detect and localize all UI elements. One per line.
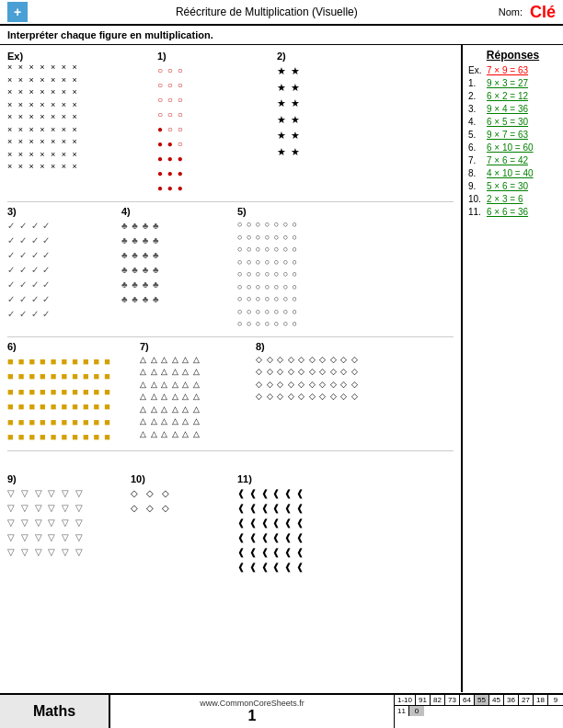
response-4-label: 4. xyxy=(468,117,487,127)
response-11-label: 11. xyxy=(468,207,487,217)
response-9: 9. 5 × 6 = 30 xyxy=(468,181,557,191)
response-1-value: 9 × 3 = 27 xyxy=(487,78,528,88)
stats-val64: 64 xyxy=(460,695,475,705)
response-3: 3. 9 × 4 = 36 xyxy=(468,104,557,114)
response-1: 1. 9 × 3 = 27 xyxy=(468,78,557,88)
stats-val18: 18 xyxy=(534,695,548,705)
content-area: Ex) × × × × × × × × × × × × × × × × × × … xyxy=(0,45,462,692)
footer-stats: 1-10 91 82 73 64 55 45 36 27 18 9 11 0 xyxy=(394,695,563,728)
response-2-value: 6 × 2 = 12 xyxy=(487,91,528,101)
main-area: Ex) × × × × × × × × × × × × × × × × × × … xyxy=(0,45,563,692)
stats-val55: 55 xyxy=(475,695,489,705)
response-4: 4. 6 × 5 = 30 xyxy=(468,117,557,127)
response-10-value: 2 × 3 = 6 xyxy=(487,194,523,204)
stats-val9: 9 xyxy=(548,695,563,705)
footer-url: www.CommonCoreSheets.fr xyxy=(200,699,304,708)
response-8-value: 4 × 10 = 40 xyxy=(487,168,534,178)
cle-label: Clé xyxy=(530,3,556,22)
problem-7: 7) △ △ △ △ △ △ △ △ △ △ △ △ △ △ △ △ △ △ △… xyxy=(136,341,256,445)
response-5: 5. 9 × 7 = 63 xyxy=(468,130,557,140)
problem-8: 8) ◇ ◇ ◇ ◇ ◇ ◇ ◇ ◇ ◇ ◇ ◇ ◇ ◇ ◇ ◇ ◇ ◇ ◇ ◇… xyxy=(256,341,454,445)
problem-6: 6) ■ ■ ■ ■ ■ ■ ■ ■ ■ ■ ■ ■ ■ ■ ■ ■ ■ ■ ■… xyxy=(7,341,136,445)
footer-maths-label: Maths xyxy=(0,695,110,728)
response-6-label: 6. xyxy=(468,142,487,153)
footer-page: 1 xyxy=(248,708,257,724)
response-7-value: 7 × 6 = 42 xyxy=(487,155,528,165)
header: + Réécriture de Multiplication (Visuelle… xyxy=(0,0,563,26)
stats-val73: 73 xyxy=(445,695,460,705)
response-5-value: 9 × 7 = 63 xyxy=(487,130,528,140)
response-5-label: 5. xyxy=(468,130,487,140)
footer-center: www.CommonCoreSheets.fr 1 xyxy=(110,695,394,728)
nom-label: Nom: xyxy=(499,6,523,17)
problem-2: 2) ★ ★ ★ ★ ★ ★ ★ ★ ★ ★ ★ ★ xyxy=(270,51,454,196)
header-title: Réécriture de Multiplication (Visuelle) xyxy=(35,6,499,18)
response-9-value: 5 × 6 = 30 xyxy=(487,181,528,191)
problem-1: 1) ○ ○ ○ ○ ○ ○ ○ ○ ○ ○ ○ ○ ● ○ ○ ● ● ○ ●… xyxy=(150,51,270,196)
response-6: 6. 6 × 10 = 60 xyxy=(468,142,557,153)
stats-val36: 36 xyxy=(504,695,519,705)
stats-val27: 27 xyxy=(519,695,534,705)
response-ex-label: Ex. xyxy=(468,65,487,75)
stats-val82: 82 xyxy=(431,695,445,705)
response-10: 10. 2 × 3 = 6 xyxy=(468,194,557,204)
instruction: Interpréter chaque figure en multiplicat… xyxy=(0,26,563,45)
page: + Réécriture de Multiplication (Visuelle… xyxy=(0,0,563,728)
stats-eleven-label: 11 xyxy=(395,706,409,716)
response-1-label: 1. xyxy=(468,78,487,88)
stats-range-label: 1-10 xyxy=(395,695,416,705)
problem-11: 11) ❰ ❰ ❰ ❰ ❰ ❰ ❰ ❰ ❰ ❰ ❰ ❰ ❰ ❰ ❰ ❰ ❰ ❰ … xyxy=(237,473,454,574)
problem-5: 5) ○ ○ ○ ○ ○ ○ ○ ○ ○ ○ ○ ○ ○ ○ ○ ○ ○ ○ ○… xyxy=(237,206,454,331)
footer: Maths www.CommonCoreSheets.fr 1 1-10 91 … xyxy=(0,693,563,728)
ex-symbols: × × × × × × × × × × × × × × × × × × × × … xyxy=(7,62,150,174)
response-6-value: 6 × 10 = 60 xyxy=(487,142,534,153)
example-section: Ex) × × × × × × × × × × × × × × × × × × … xyxy=(7,51,150,196)
problem-3: 3) ✓ ✓ ✓ ✓ ✓ ✓ ✓ ✓ ✓ ✓ ✓ ✓ ✓ ✓ ✓ ✓ ✓ ✓ ✓… xyxy=(7,206,118,331)
responses-title: Réponses xyxy=(468,49,557,62)
problem-4: 4) ♣ ♣ ♣ ♣ ♣ ♣ ♣ ♣ ♣ ♣ ♣ ♣ ♣ ♣ ♣ ♣ ♣ ♣ ♣… xyxy=(118,206,237,331)
logo: + xyxy=(7,2,28,22)
response-ex: Ex. 7 × 9 = 63 xyxy=(468,65,557,75)
problem-10: 10) ◇ ◇ ◇ ◇ ◇ ◇ xyxy=(127,473,237,574)
response-11: 11. 6 × 6 = 36 xyxy=(468,207,557,217)
stats-eleven-val: 0 xyxy=(409,706,424,716)
response-2: 2. 6 × 2 = 12 xyxy=(468,91,557,101)
response-8-label: 8. xyxy=(468,168,487,178)
response-11-value: 6 × 6 = 36 xyxy=(487,207,528,217)
response-7: 7. 7 × 6 = 42 xyxy=(468,155,557,165)
response-4-value: 6 × 5 = 30 xyxy=(487,117,528,127)
ex-label: Ex) xyxy=(7,51,144,62)
response-9-label: 9. xyxy=(468,181,487,191)
responses-panel: Réponses Ex. 7 × 9 = 63 1. 9 × 3 = 27 2.… xyxy=(462,45,563,692)
response-10-label: 10. xyxy=(468,194,487,204)
response-2-label: 2. xyxy=(468,91,487,101)
problem-9: 9) ▽ ▽ ▽ ▽ ▽ ▽ ▽ ▽ ▽ ▽ ▽ ▽ ▽ ▽ ▽ ▽ ▽ ▽ ▽… xyxy=(7,473,127,574)
response-ex-value: 7 × 9 = 63 xyxy=(487,65,528,75)
response-3-value: 9 × 4 = 36 xyxy=(487,104,528,114)
stats-val45: 45 xyxy=(489,695,504,705)
response-7-label: 7. xyxy=(468,155,487,165)
response-8: 8. 4 × 10 = 40 xyxy=(468,168,557,178)
stats-val91: 91 xyxy=(416,695,431,705)
response-3-label: 3. xyxy=(468,104,487,114)
